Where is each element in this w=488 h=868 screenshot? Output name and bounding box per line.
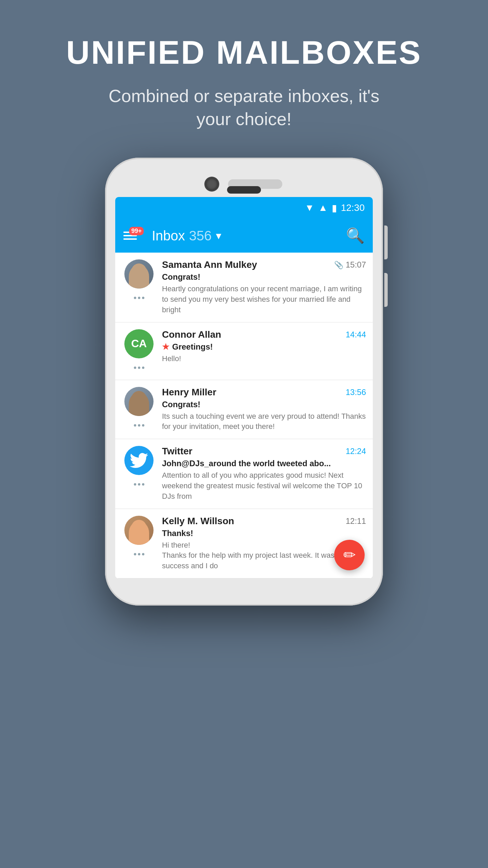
email-list-wrapper: Samanta Ann Mulkey 📎 15:07 Congrats! Hea… — [115, 253, 373, 578]
compose-icon: ✏ — [343, 546, 356, 564]
dot-3 — [142, 483, 144, 486]
attachment-icon: 📎 — [334, 261, 343, 269]
camera-icon — [206, 178, 218, 190]
sender-name: Twitter — [162, 446, 192, 457]
wifi-icon: ▼ — [305, 202, 314, 213]
dot-3 — [142, 424, 144, 427]
email-time: 14:44 — [346, 330, 366, 339]
email-item[interactable]: CA Connor Allan 14:44 ★ — [115, 322, 373, 380]
menu-button[interactable]: 99+ — [123, 232, 137, 240]
email-subject: John@DJs_around the world tweeted abo... — [162, 459, 366, 468]
dot-1 — [134, 553, 136, 555]
email-subject: Congrats! — [162, 272, 366, 282]
email-header: Connor Allan 14:44 — [162, 329, 366, 340]
sender-name: Samanta Ann Mulkey — [162, 259, 257, 270]
three-dots-icon — [134, 297, 144, 299]
search-button[interactable]: 🔍 — [346, 227, 365, 244]
avatar — [124, 516, 154, 545]
email-header: Samanta Ann Mulkey 📎 15:07 — [162, 259, 366, 270]
inbox-count: 356 — [189, 228, 212, 243]
compose-fab-button[interactable]: ✏ — [334, 540, 365, 570]
email-subject: Thanks! — [162, 529, 366, 538]
avatar-column — [122, 259, 156, 299]
dot-1 — [134, 297, 136, 299]
avatar — [124, 446, 154, 475]
avatar-column — [122, 446, 156, 486]
dropdown-arrow-icon: ▾ — [216, 229, 221, 242]
app-bar: 99+ Inbox 356 ▾ 🔍 — [115, 219, 373, 253]
email-content: Samanta Ann Mulkey 📎 15:07 Congrats! Hea… — [156, 259, 366, 315]
avatar — [124, 259, 154, 289]
status-icons: ▼ ▲ ▮ 12:30 — [305, 202, 365, 214]
sender-name: Connor Allan — [162, 329, 221, 340]
avatar — [124, 387, 154, 416]
avatar: CA — [124, 329, 154, 358]
status-bar: ▼ ▲ ▮ 12:30 — [115, 197, 373, 219]
menu-line-3 — [123, 238, 137, 240]
star-icon: ★ — [162, 342, 169, 352]
email-header: Twitter 12:24 — [162, 446, 366, 457]
email-item[interactable]: Twitter 12:24 John@DJs_around the world … — [115, 439, 373, 509]
email-preview: Hello! — [162, 354, 366, 364]
email-content: Henry Miller 13:56 Congrats! Its such a … — [156, 387, 366, 432]
dot-2 — [138, 367, 140, 369]
page-subtitle: Combined or separate inboxes, it's your … — [92, 85, 396, 131]
email-preview: Its such a touching event we are very pr… — [162, 411, 366, 432]
three-dots-icon — [134, 424, 144, 427]
avatar-column — [122, 387, 156, 427]
dot-2 — [138, 553, 140, 555]
email-content: Connor Allan 14:44 ★ Greetings! Hello! — [156, 329, 366, 364]
dot-1 — [134, 483, 136, 486]
dot-2 — [138, 297, 140, 299]
battery-icon: ▮ — [332, 202, 337, 214]
dot-1 — [134, 424, 136, 427]
status-time: 12:30 — [341, 202, 365, 213]
dot-3 — [142, 367, 144, 369]
sender-name: Kelly M. Willson — [162, 516, 234, 527]
phone-shell: ▼ ▲ ▮ 12:30 99+ Inbox 356 ▾ 🔍 — [105, 158, 383, 606]
email-subject: Congrats! — [162, 400, 366, 409]
inbox-label: Inbox — [152, 228, 185, 243]
three-dots-icon — [134, 553, 144, 555]
three-dots-icon — [134, 367, 144, 369]
phone-earpiece — [227, 186, 261, 194]
email-content: Kelly M. Willson 12:11 Thanks! Hi there!… — [156, 516, 366, 571]
email-preview: Attention to all of you who appricates g… — [162, 470, 366, 501]
dot-2 — [138, 483, 140, 486]
inbox-title[interactable]: Inbox 356 ▾ — [152, 228, 338, 243]
dot-3 — [142, 297, 144, 299]
email-time: 12:24 — [346, 447, 366, 456]
dot-2 — [138, 424, 140, 427]
notification-badge: 99+ — [129, 227, 144, 235]
avatar-column: CA — [122, 329, 156, 369]
email-list: Samanta Ann Mulkey 📎 15:07 Congrats! Hea… — [115, 253, 373, 578]
email-time: 13:56 — [346, 388, 366, 397]
email-header: Henry Miller 13:56 — [162, 387, 366, 398]
email-subject: ★ Greetings! — [162, 342, 366, 352]
email-preview: Heartly congratulations on your recent m… — [162, 284, 366, 315]
phone-top-bezel — [115, 178, 373, 190]
three-dots-icon — [134, 483, 144, 486]
email-content: Twitter 12:24 John@DJs_around the world … — [156, 446, 366, 501]
email-header: Kelly M. Willson 12:11 — [162, 516, 366, 527]
email-time: 12:11 — [346, 516, 366, 526]
email-item[interactable]: Henry Miller 13:56 Congrats! Its such a … — [115, 380, 373, 439]
signal-icon: ▲ — [318, 202, 328, 213]
avatar-column — [122, 516, 156, 555]
email-time: 📎 15:07 — [334, 260, 366, 270]
page-title: UNIFIED MAILBOXES — [66, 34, 422, 71]
phone-screen: ▼ ▲ ▮ 12:30 99+ Inbox 356 ▾ 🔍 — [115, 197, 373, 578]
dot-3 — [142, 553, 144, 555]
dot-1 — [134, 367, 136, 369]
email-item[interactable]: Samanta Ann Mulkey 📎 15:07 Congrats! Hea… — [115, 253, 373, 322]
email-item[interactable]: Kelly M. Willson 12:11 Thanks! Hi there!… — [115, 509, 373, 578]
sender-name: Henry Miller — [162, 387, 216, 398]
